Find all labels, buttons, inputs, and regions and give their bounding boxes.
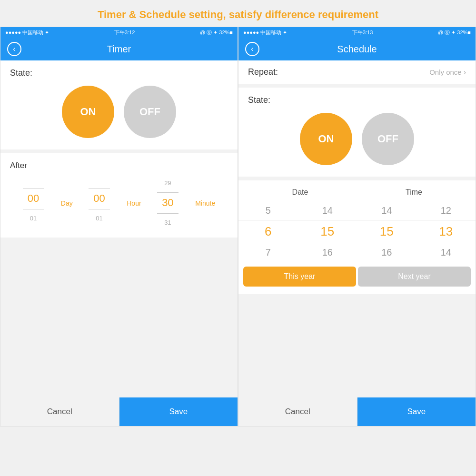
timer-gray-space <box>0 238 238 397</box>
timer-day-unit-col: Day <box>60 192 73 215</box>
timer-off-button[interactable]: OFF <box>124 86 176 138</box>
timer-nav-bar: ‹ Timer <box>0 38 238 60</box>
schedule-date-col1: 5 6 7 <box>238 201 298 262</box>
schedule-date1-selected[interactable]: 6 <box>238 220 298 243</box>
timer-status-left: ●●●●● 中国移动 ✦ <box>5 29 49 36</box>
schedule-date1-below: 7 <box>238 243 298 262</box>
schedule-status-bar: ●●●●● 中国移动 ✦ 下午3:13 @ ⓔ ✦ 32%■ <box>238 27 476 38</box>
schedule-status-left: ●●●●● 中国移动 ✦ <box>243 29 287 36</box>
timer-hour-col: 00 01 <box>89 180 109 226</box>
schedule-date2-above: 14 <box>298 201 357 220</box>
schedule-on-button[interactable]: ON <box>300 113 352 165</box>
schedule-repeat-section[interactable]: Repeat: Only once › <box>238 60 476 84</box>
schedule-time-header: Time <box>357 188 471 197</box>
schedule-time-col1: 14 15 16 <box>357 201 416 262</box>
next-year-button[interactable]: Next year <box>358 267 471 287</box>
schedule-back-button[interactable]: ‹ <box>245 42 259 56</box>
timer-min-col: 29 30 31 <box>157 176 178 230</box>
schedule-picker: Date Time 5 6 7 14 15 16 <box>238 180 476 294</box>
schedule-time2-selected[interactable]: 13 <box>416 220 476 243</box>
timer-back-button[interactable]: ‹ <box>7 42 21 56</box>
timer-after-label: After <box>10 161 228 170</box>
timer-on-button[interactable]: ON <box>62 86 114 138</box>
timer-bottom-bar: Cancel Save <box>0 397 238 426</box>
timer-hour-selected[interactable]: 00 <box>89 188 109 209</box>
timer-state-buttons: ON OFF <box>10 86 228 138</box>
timer-status-bar: ●●●●● 中国移动 ✦ 下午3:12 @ ⓔ ✦ 32%■ <box>0 27 238 38</box>
timer-min-selected[interactable]: 30 <box>157 192 178 214</box>
schedule-date-col2: 14 15 16 <box>298 201 357 262</box>
schedule-nav-bar: ‹ Schedule <box>238 38 476 60</box>
schedule-repeat-text: Only once <box>429 68 462 76</box>
schedule-panel: ●●●●● 中国移动 ✦ 下午3:13 @ ⓔ ✦ 32%■ ‹ Schedul… <box>238 27 476 426</box>
timer-status-right: @ ⓔ ✦ 32%■ <box>200 29 233 36</box>
timer-after-section: After 00 01 Day <box>0 153 238 238</box>
schedule-year-buttons: This year Next year <box>243 267 471 287</box>
schedule-status-right: @ ⓔ ✦ 32%■ <box>438 29 471 36</box>
timer-cancel-button[interactable]: Cancel <box>0 397 119 426</box>
timer-picker: 00 01 Day 00 01 <box>10 176 228 230</box>
this-year-button[interactable]: This year <box>243 267 356 287</box>
schedule-state-label: State: <box>248 95 466 105</box>
schedule-time2-below: 14 <box>416 243 476 262</box>
schedule-save-button[interactable]: Save <box>357 397 476 426</box>
timer-min-unit-col: Minute <box>194 192 215 215</box>
timer-panel: ●●●●● 中国移动 ✦ 下午3:12 @ ⓔ ✦ 32%■ ‹ Timer S… <box>0 27 238 426</box>
schedule-state-buttons: ON OFF <box>248 113 466 165</box>
schedule-date1-above: 5 <box>238 201 298 220</box>
timer-min-above: 29 <box>164 176 171 190</box>
schedule-time2-above: 12 <box>416 201 476 220</box>
timer-hour-unit: Hour <box>127 199 141 207</box>
schedule-nav-title: Schedule <box>337 44 377 55</box>
timer-state-label: State: <box>10 68 228 78</box>
page-title: Timer & Schedule setting, satisfy differ… <box>0 0 476 27</box>
schedule-picker-rows: 5 6 7 14 15 16 14 15 16 <box>238 201 476 262</box>
schedule-date2-below: 16 <box>298 243 357 262</box>
timer-nav-title: Timer <box>107 44 131 55</box>
schedule-repeat-label: Repeat: <box>248 67 278 77</box>
schedule-time-col2: 12 13 14 <box>416 201 476 262</box>
timer-content: State: ON OFF After 00 01 <box>0 60 238 397</box>
schedule-off-button[interactable]: OFF <box>362 113 414 165</box>
timer-day-unit: Day <box>61 199 73 207</box>
schedule-time1-selected[interactable]: 15 <box>357 220 416 243</box>
timer-hour-unit-col: Hour <box>126 192 141 215</box>
timer-day-below: 01 <box>30 211 37 226</box>
schedule-bottom-bar: Cancel Save <box>238 397 476 426</box>
schedule-date-header: Date <box>243 188 357 197</box>
timer-day-selected[interactable]: 00 <box>23 188 44 209</box>
timer-min-unit: Minute <box>195 199 215 207</box>
schedule-picker-header: Date Time <box>238 185 476 201</box>
timer-save-button[interactable]: Save <box>119 397 238 426</box>
schedule-gray-space <box>238 294 476 397</box>
schedule-time1-below: 16 <box>357 243 416 262</box>
timer-state-section: State: ON OFF <box>0 60 238 149</box>
schedule-time: 下午3:13 <box>352 29 373 36</box>
timer-day-col: 00 01 <box>23 180 44 226</box>
schedule-date2-selected[interactable]: 15 <box>298 220 357 243</box>
phones-row: ●●●●● 中国移动 ✦ 下午3:12 @ ⓔ ✦ 32%■ ‹ Timer S… <box>0 27 476 426</box>
timer-min-below: 31 <box>164 216 171 230</box>
timer-time: 下午3:12 <box>114 29 135 36</box>
schedule-cancel-button[interactable]: Cancel <box>238 397 357 426</box>
schedule-content: Repeat: Only once › State: ON OFF Date <box>238 60 476 397</box>
schedule-state-section: State: ON OFF <box>238 88 476 177</box>
schedule-time1-above: 14 <box>357 201 416 220</box>
timer-hour-below: 01 <box>96 211 102 226</box>
schedule-repeat-value: Only once › <box>429 68 466 77</box>
schedule-repeat-chevron: › <box>464 68 466 77</box>
